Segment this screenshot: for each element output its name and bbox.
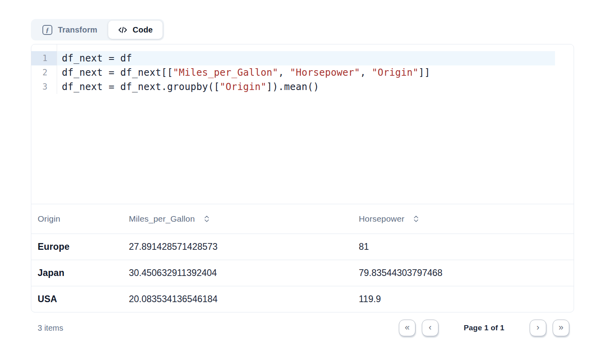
cell-miles-per-gallon: 30.450632911392404 [122, 268, 352, 278]
first-page-button[interactable]: « [399, 320, 415, 336]
code-token: df_next = df_next.groupby([ [62, 81, 220, 92]
column-header-origin: Origin [31, 214, 122, 224]
column-header-horsepower-label: Horsepower [359, 214, 404, 224]
code-token: , [360, 67, 372, 78]
gutter-pad [31, 44, 57, 51]
result-table: Origin Miles_per_Gallon Horsepower [31, 204, 574, 312]
column-header-horsepower[interactable]: Horsepower [352, 214, 574, 224]
code-line-text: df_next = df_next.groupby(["Origin"]).me… [57, 80, 574, 94]
content-area: ƒ Transform Code 1df_next = df2df_next =… [31, 19, 574, 337]
code-token: df_next = df [62, 53, 132, 64]
column-header-origin-label: Origin [38, 214, 60, 224]
column-header-miles-per-gallon[interactable]: Miles_per_Gallon [122, 214, 352, 224]
code-line-text: df_next = df [57, 51, 574, 65]
cell-origin: USA [31, 294, 122, 305]
code-line[interactable]: 2df_next = df_next[["Miles_per_Gallon", … [31, 65, 574, 80]
code-token: , [278, 67, 290, 78]
code-token: ]] [419, 67, 431, 78]
cell-origin: Europe [31, 241, 122, 252]
next-page-button[interactable]: › [530, 320, 546, 336]
cell-miles-per-gallon: 20.083534136546184 [122, 294, 352, 305]
last-page-button[interactable]: » [553, 320, 569, 336]
table-row: Japan30.45063291139240479.83544303797468 [31, 260, 574, 286]
line-number: 1 [31, 51, 57, 65]
tab-code[interactable]: Code [108, 21, 163, 39]
page-indicator: Page 1 of 1 [438, 324, 530, 332]
code-icon [118, 26, 127, 34]
view-tabbar: ƒ Transform Code [31, 19, 164, 40]
code-line-text: df_next = df_next[["Miles_per_Gallon", "… [57, 65, 574, 80]
table-row: USA20.083534136546184119.9 [31, 286, 574, 312]
string-token: "Origin" [220, 81, 266, 92]
code-line[interactable]: 3df_next = df_next.groupby(["Origin"]).m… [31, 80, 574, 94]
table-body: Europe27.89142857142857381Japan30.450632… [31, 234, 574, 312]
tab-code-label: Code [133, 25, 153, 34]
line-number: 3 [31, 80, 57, 94]
table-footer: 3 items « ‹ Page 1 of 1 › » [31, 319, 574, 337]
code-token: ]).mean() [266, 81, 319, 92]
code-editor[interactable]: 1df_next = df2df_next = df_next[["Miles_… [31, 44, 574, 204]
cell-horsepower: 81 [352, 241, 574, 252]
items-count: 3 items [38, 324, 63, 333]
cell-horsepower: 79.83544303797468 [352, 268, 574, 278]
line-number: 2 [31, 65, 57, 80]
sort-icon[interactable] [204, 215, 210, 222]
function-icon: ƒ [42, 25, 52, 35]
string-token: "Origin" [372, 67, 419, 78]
code-line[interactable]: 1df_next = df [31, 51, 574, 65]
string-token: "Horsepower" [290, 67, 360, 78]
column-header-miles-label: Miles_per_Gallon [129, 214, 195, 224]
cell-origin: Japan [31, 268, 122, 278]
pagination: « ‹ Page 1 of 1 › » [399, 320, 569, 336]
table-row: Europe27.89142857142857381 [31, 234, 574, 260]
sort-icon[interactable] [413, 215, 419, 222]
cell-miles-per-gallon: 27.891428571428573 [122, 241, 352, 252]
previous-page-button[interactable]: ‹ [422, 320, 438, 336]
string-token: "Miles_per_Gallon" [173, 67, 278, 78]
cell-horsepower: 119.9 [352, 294, 574, 305]
tab-transform-label: Transform [58, 25, 98, 34]
table-header-row: Origin Miles_per_Gallon Horsepower [31, 204, 574, 234]
code-token: df_next = df_next[[ [62, 67, 173, 78]
tab-transform[interactable]: ƒ Transform [33, 21, 107, 39]
code-panel: 1df_next = df2df_next = df_next[["Miles_… [31, 44, 574, 312]
